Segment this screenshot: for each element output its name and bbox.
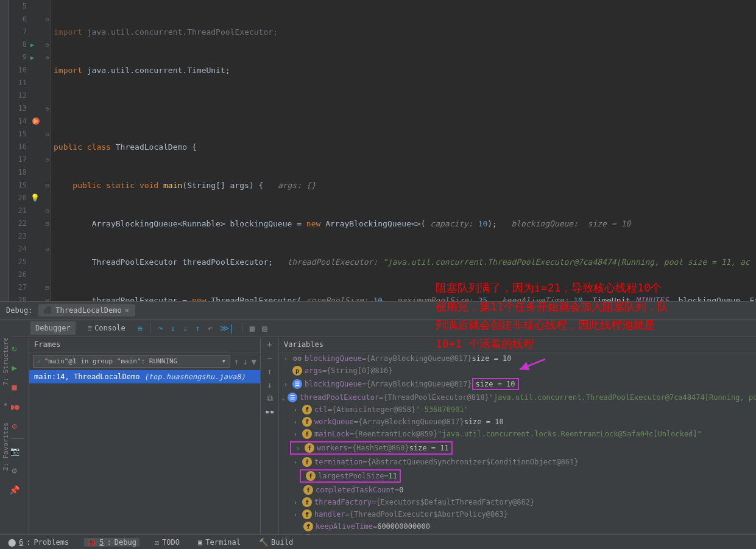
prev-frame-icon[interactable]: ↑ xyxy=(234,357,239,366)
thread-selector[interactable]: ✓ "main"@1 in group "main": RUNNING ▾ xyxy=(33,355,230,368)
field-icon: f xyxy=(302,497,312,507)
fold-gutter[interactable]: ⊖⊖⊖⊖⊖⊖⊟⊟⊟⊖⊟⊟ xyxy=(44,0,51,301)
stack-frame[interactable]: main:14, ThreadLocalDemo (top.huashengsh… xyxy=(29,370,260,383)
watch-icon: oo xyxy=(292,354,302,363)
close-tab-icon[interactable]: × xyxy=(125,306,129,315)
up-watch-icon[interactable]: ↑ xyxy=(267,366,272,376)
check-icon: ✓ xyxy=(37,357,41,365)
threads-icon[interactable]: ≡ xyxy=(138,323,143,333)
annotation-overlay: 阻塞队列满了，因为i=21，导致核心线程10个 被用完，第11个任务开始就会加入… xyxy=(436,279,668,353)
var-row[interactable]: ›fthreadFactory = {Executors$DefaultThre… xyxy=(279,496,756,508)
gutter-icons[interactable]: ▶ ▶ 💡 xyxy=(30,0,44,301)
problems-tab[interactable]: ⬤ 6: Problems xyxy=(5,538,72,547)
code-editor[interactable]: import java.util.concurrent.ThreadPoolEx… xyxy=(51,0,756,301)
annotation-arrow xyxy=(515,356,551,374)
filter-frames-icon[interactable]: ▼ xyxy=(252,357,256,366)
breakpoint-active[interactable] xyxy=(30,115,44,128)
svg-line-0 xyxy=(520,359,545,369)
var-row[interactable]: ›☰blockingQueue = {ArrayBlockingQueue@81… xyxy=(279,377,756,391)
var-row[interactable]: ›fhandler = {ThreadPoolExecutor$AbortPol… xyxy=(279,508,756,520)
step-into-icon[interactable]: ↓ xyxy=(170,323,175,333)
object-icon: ☰ xyxy=(288,393,297,402)
var-row[interactable]: ›ftermination = {AbstractQueuedSynchroni… xyxy=(279,456,756,468)
debug-run-config-tab[interactable]: ⬛ ThreadLocalDemo × xyxy=(38,304,135,316)
terminal-tab[interactable]: ▣ Terminal xyxy=(195,538,244,547)
project-gutter xyxy=(0,0,9,301)
build-tab[interactable]: 🔨 Build xyxy=(256,538,296,547)
var-row[interactable]: fcompletedTaskCount = 0 xyxy=(279,484,756,496)
drop-frame-icon[interactable]: ↶ xyxy=(208,323,213,333)
field-icon: f xyxy=(302,405,312,414)
var-row[interactable]: flargestPoolSize = 11 xyxy=(279,468,756,484)
var-row[interactable]: ›fworkQueue = {ArrayBlockingQueue@817} s… xyxy=(279,416,756,428)
frames-header: Frames xyxy=(29,337,260,352)
field-icon: f xyxy=(303,522,313,531)
debugger-tab[interactable]: Debugger xyxy=(30,321,76,335)
field-icon: f xyxy=(302,417,312,427)
debug-tab[interactable]: 🐞 5: Debug xyxy=(84,538,140,547)
field-icon: f xyxy=(302,457,312,467)
run-to-cursor-icon[interactable]: ≫| xyxy=(220,323,234,333)
var-row[interactable]: ›fctl = {AtomicInteger@858} "-536870901" xyxy=(279,404,756,416)
line-numbers: 5678910111213141516171819202122232425262… xyxy=(9,0,30,301)
step-out-icon[interactable]: ↑ xyxy=(195,323,200,333)
console-tab[interactable]: ≣Console xyxy=(83,321,130,335)
step-over-icon[interactable]: ↷ xyxy=(158,323,163,333)
param-icon: p xyxy=(292,366,302,376)
trace-icon[interactable]: ▤ xyxy=(262,323,267,333)
force-step-into-icon[interactable]: ⇓ xyxy=(183,323,188,333)
todo-tab[interactable]: ☑ TODO xyxy=(152,538,183,547)
watches-icon[interactable]: 👓 xyxy=(264,407,275,417)
var-row[interactable]: ›fworkers = {HashSet@860} size = 11 xyxy=(279,440,756,456)
var-row[interactable]: ⌄☰threadPoolExecutor = {ThreadPoolExecut… xyxy=(279,391,756,404)
run-class-icon[interactable]: ▶ xyxy=(30,41,34,48)
object-icon: ☰ xyxy=(292,379,302,389)
highlight-largest-pool: flargestPoolSize = 11 xyxy=(300,469,401,483)
highlight-size10: size = 10 xyxy=(472,378,519,390)
intention-bulb-icon[interactable]: 💡 xyxy=(30,194,40,202)
left-tool-strip[interactable]: 7: Structure ★ 2: Favorites xyxy=(0,335,11,474)
bottom-bar: ⬤ 6: Problems 🐞 5: Debug ☑ TODO ▣ Termin… xyxy=(0,534,756,549)
copy-watch-icon[interactable]: ⧉ xyxy=(267,393,273,404)
remove-watch-icon[interactable]: − xyxy=(267,353,272,363)
var-row[interactable]: ›fmainLock = {ReentrantLock@859} "java.u… xyxy=(279,428,756,440)
pin-button[interactable]: 📌 xyxy=(7,483,22,497)
field-icon: f xyxy=(302,429,312,439)
run-method-icon[interactable]: ▶ xyxy=(30,54,34,61)
evaluate-icon[interactable]: ▦ xyxy=(250,323,255,333)
add-watch-icon[interactable]: + xyxy=(267,340,272,349)
field-icon: f xyxy=(303,485,313,495)
field-icon: f xyxy=(302,509,312,519)
field-icon: f xyxy=(306,471,316,481)
next-frame-icon[interactable]: ↓ xyxy=(242,357,247,366)
down-watch-icon[interactable]: ↓ xyxy=(267,380,272,390)
var-row[interactable]: fkeepAliveTime = 600000000000 xyxy=(279,520,756,533)
highlight-workers: ›fworkers = {HashSet@860} size = 11 xyxy=(290,441,453,455)
field-icon: f xyxy=(305,443,314,453)
